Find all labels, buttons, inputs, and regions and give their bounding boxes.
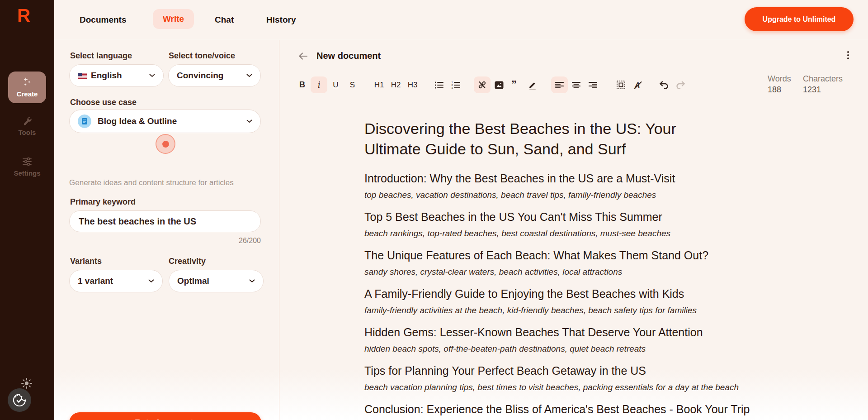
sliders-icon [22,157,32,167]
toolbar-highlight-pen-button[interactable] [524,76,541,93]
svg-text:”: ” [511,81,517,90]
brand-logo[interactable]: R [17,5,30,26]
toolbar-select-all-button[interactable] [613,76,629,93]
creativity-label: Creativity [169,257,206,266]
kebab-menu-icon[interactable] [844,51,853,62]
sidebar-item-label: Tools [19,129,36,136]
chevron-down-icon [148,279,154,283]
toolbar-undo-button[interactable] [656,76,672,93]
document-heading: Discovering the Best Beaches in the US: … [364,119,735,159]
language-value: English [91,71,122,81]
keyword-label: Primary keyword [70,197,136,207]
svg-text:3: 3 [451,86,453,89]
toolbar-align-right-button[interactable] [585,76,601,93]
toolbar-bullet-list-button[interactable] [430,76,447,93]
characters-label: Characters [803,74,843,84]
outline-section: The Unique Features of Each Beach: What … [364,249,755,277]
use-case-label: Choose use case [70,98,137,107]
ryte-for-me-button[interactable]: Ryte for me [69,412,261,420]
variants-select[interactable]: 1 variant [69,270,163,292]
toolbar-strikethrough-button[interactable]: S [344,76,361,93]
toolbar-align-center-button[interactable] [568,76,585,93]
primary-keyword-input[interactable] [69,210,261,232]
upgrade-button[interactable]: Upgrade to Unlimited [745,7,854,31]
tone-label: Select tone/voice [169,51,235,61]
outline-section: Tips for Planning Your Perfect Beach Get… [364,364,755,392]
section-heading: A Family-Friendly Guide to Enjoying the … [364,287,755,300]
outline-section: Introduction: Why the Best Beaches in th… [364,172,755,200]
variants-label: Variants [70,257,102,266]
section-heading: Introduction: Why the Best Beaches in th… [364,172,755,185]
toolbar-unlink-button[interactable] [474,76,491,93]
use-case-helper-text: Generate ideas and content structure for… [69,178,264,187]
tone-value: Convincing [177,71,223,81]
use-case-value: Blog Idea & Outline [98,116,177,126]
character-count: Characters 1231 [803,74,843,95]
toolbar-italic-button[interactable]: i [311,76,327,93]
tab-write[interactable]: Write [153,9,194,29]
section-keywords: hidden beach spots, off-the-beaten-path … [364,344,755,354]
section-keywords: beach vacation planning tips, best times… [364,382,755,392]
variants-value: 1 variant [78,276,113,286]
toolbar-clear-format-button[interactable]: A [629,76,646,93]
toolbar-h3-button[interactable]: H3 [404,76,421,93]
outline-section: Hidden Gems: Lesser-Known Beaches That D… [364,326,755,354]
sidebar-item-label: Settings [14,169,40,177]
section-keywords: beach rankings, top-rated beaches, best … [364,228,755,239]
outline-section: Top 5 Best Beaches in the US You Can't M… [364,210,755,239]
characters-value: 1231 [803,85,843,95]
editor-area: New document B i U S H1 H2 H3 [279,40,868,420]
word-count: Words 188 [768,74,791,95]
sparkles-icon [21,77,33,88]
chevron-down-icon [149,74,155,77]
section-heading: Tips for Planning Your Perfect Beach Get… [364,364,755,377]
back-arrow-icon[interactable] [297,51,308,61]
section-heading: The Unique Features of Each Beach: What … [364,249,755,262]
sidebar-item-tools[interactable]: Tools [0,116,54,136]
toolbar-ordered-list-button[interactable]: 123 [447,76,464,93]
toolbar-image-button[interactable] [491,76,507,93]
toolbar-bold-button[interactable]: B [294,76,311,93]
use-case-select[interactable]: Blog Idea & Outline [69,110,261,133]
creativity-select[interactable]: Optimal [169,270,264,292]
wrench-icon [22,116,32,126]
sidebar-item-settings[interactable]: Settings [0,157,54,177]
sidebar-item-create[interactable]: Create [8,72,46,103]
toolbar-redo-button[interactable] [672,76,689,93]
cookie-consent-icon[interactable] [8,388,31,412]
app-window: R Create Tools [0,0,868,420]
document-content[interactable]: Discovering the Best Beaches in the US: … [364,119,771,159]
language-select[interactable]: English [69,64,164,87]
toolbar-blockquote-button[interactable]: ” [507,76,524,93]
tab-history[interactable]: History [266,0,296,40]
document-icon [78,115,91,128]
document-name[interactable]: New document [316,51,381,61]
chevron-down-icon [246,74,252,77]
write-settings-panel: Select language English Select tone/voic… [54,40,279,420]
sidebar-item-label: Create [17,90,38,98]
chevron-down-icon [246,119,252,123]
tab-chat[interactable]: Chat [215,0,234,40]
toolbar-underline-button[interactable]: U [327,76,344,93]
toolbar-align-left-button[interactable] [551,76,568,93]
words-value: 188 [768,85,791,95]
chevron-down-icon [249,279,255,283]
outline-section: Conclusion: Experience the Bliss of Amer… [364,403,755,415]
section-keywords: sandy shores, crystal-clear waters, beac… [364,267,755,277]
ryte-for-me-label: Ryte for me [135,418,182,420]
keyword-char-counter: 26/200 [170,237,261,245]
us-flag-icon [78,73,87,79]
theme-toggle-sun-icon[interactable] [21,377,33,389]
section-keywords: top beaches, vacation destinations, beac… [364,190,755,200]
toolbar-h2-button[interactable]: H2 [387,76,404,93]
tab-documents[interactable]: Documents [80,0,126,40]
section-heading: Hidden Gems: Lesser-Known Beaches That D… [364,326,755,339]
section-heading: Top 5 Best Beaches in the US You Can't M… [364,210,755,223]
section-heading: Conclusion: Experience the Bliss of Amer… [364,403,755,415]
icon-sidebar: R Create Tools [0,0,54,420]
document-sections[interactable]: Introduction: Why the Best Beaches in th… [364,172,755,420]
words-label: Words [768,74,791,84]
toolbar-h1-button[interactable]: H1 [371,76,387,93]
tone-select[interactable]: Convincing [168,64,261,87]
section-keywords: family-friendly activities at the beach,… [364,305,755,315]
